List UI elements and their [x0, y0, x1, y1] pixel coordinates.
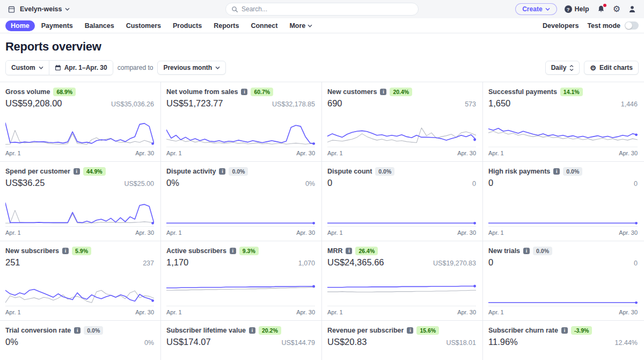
- info-icon[interactable]: i: [561, 327, 568, 334]
- notifications-button[interactable]: [597, 5, 605, 13]
- metric-card[interactable]: Active subscribers i 9.3% 1,170 1,070 Ap…: [161, 241, 322, 321]
- toggle-knob: [625, 22, 632, 29]
- info-icon[interactable]: i: [553, 168, 560, 175]
- test-mode-label: Test mode: [587, 22, 620, 30]
- nav-item-payments[interactable]: Payments: [36, 20, 78, 31]
- axis-start-label: Apr. 1: [166, 309, 182, 315]
- granularity-select[interactable]: Daily: [545, 61, 580, 75]
- granularity-value: Daily: [551, 64, 567, 71]
- card-title: New customers: [327, 88, 377, 96]
- profile-button[interactable]: [628, 5, 636, 13]
- previous-value: US$19,270.83: [433, 260, 476, 267]
- test-mode-toggle[interactable]: [625, 21, 639, 30]
- metric-card[interactable]: Net volume from sales i 60.7% US$51,723.…: [161, 82, 322, 162]
- nav-item-more[interactable]: More: [284, 20, 318, 31]
- previous-value: 1,446: [621, 100, 638, 108]
- metric-card[interactable]: New trials i 0.0% 0 0 Apr. 1 Apr. 30: [483, 241, 644, 321]
- account-switcher[interactable]: Evelyn-weiss: [20, 5, 70, 13]
- gear-icon: ⚙: [613, 5, 620, 13]
- delta-badge: 15.6%: [416, 326, 439, 335]
- search-box[interactable]: [225, 3, 419, 16]
- metric-card[interactable]: High risk payments i 0.0% 0 0 Apr. 1 Apr…: [483, 162, 644, 241]
- info-icon[interactable]: i: [523, 248, 530, 254]
- previous-value: 0%: [144, 339, 154, 347]
- latest-point-dot: [473, 139, 476, 141]
- delta-badge: 44.9%: [83, 167, 106, 176]
- delta-badge: 20.4%: [390, 88, 412, 96]
- help-button[interactable]: ? Help: [565, 5, 589, 13]
- current-value: 1,650: [488, 98, 510, 109]
- previous-value: US$18.01: [446, 339, 476, 347]
- delta-badge: 0.0%: [229, 167, 248, 176]
- metric-card[interactable]: Gross volume i 68.9% US$59,208.00 US$35,…: [0, 82, 161, 162]
- edit-charts-label: Edit charts: [599, 64, 633, 71]
- metric-card[interactable]: MRR i 26.4% US$24,365.66 US$19,270.83 Ap…: [322, 241, 483, 321]
- latest-point-dot: [635, 133, 638, 136]
- latest-point-dot: [151, 222, 154, 225]
- nav-item-connect[interactable]: Connect: [245, 20, 283, 31]
- metric-card[interactable]: Subscriber lifetime value i 20.2% US$174…: [161, 321, 322, 360]
- notification-dot: [603, 4, 606, 7]
- delta-badge: 60.7%: [251, 88, 273, 96]
- sparkline-chart: [327, 120, 476, 147]
- metric-card[interactable]: Spend per customer i 44.9% US$36.25 US$2…: [0, 162, 161, 241]
- sparkline-chart: [166, 120, 315, 147]
- date-range-value: Apr. 1–Apr. 30: [64, 64, 107, 71]
- nav-item-label: Connect: [251, 22, 277, 30]
- card-title: Spend per customer: [5, 168, 70, 175]
- nav-item-products[interactable]: Products: [167, 20, 207, 31]
- info-icon[interactable]: i: [346, 248, 352, 254]
- nav-item-home[interactable]: Home: [5, 20, 35, 31]
- previous-value: US$25.00: [124, 180, 154, 188]
- metric-card[interactable]: Revenue per subscriber i 15.6% US$20.83 …: [322, 321, 483, 360]
- edit-charts-button[interactable]: ⚙ Edit charts: [584, 61, 639, 75]
- metric-card[interactable]: Trial conversion rate i 0.0% 0% 0% Apr. …: [0, 321, 161, 360]
- metric-card[interactable]: Dispute activity i 0.0% 0% 0% Apr. 1 Apr…: [161, 162, 322, 241]
- current-value: 0: [488, 178, 493, 188]
- current-value: US$59,208.00: [5, 98, 62, 109]
- previous-value: 0%: [305, 180, 315, 188]
- delta-badge: 0.0%: [375, 167, 394, 176]
- info-icon[interactable]: i: [407, 327, 413, 334]
- range-type-select[interactable]: Custom: [6, 61, 49, 75]
- date-range-button[interactable]: Apr. 1–Apr. 30: [49, 61, 113, 75]
- metric-card[interactable]: Subscriber churn rate i -3.9% 11.96% 12.…: [483, 321, 644, 360]
- metric-card[interactable]: New subscribers i 5.9% 251 237 Apr. 1 Ap…: [0, 241, 161, 321]
- create-button[interactable]: Create: [515, 3, 557, 15]
- nav-developers[interactable]: Developers: [543, 22, 579, 30]
- help-label: Help: [575, 5, 589, 13]
- nav-item-label: Products: [173, 22, 202, 30]
- info-icon[interactable]: i: [219, 168, 225, 175]
- compared-to-label: compared to: [118, 64, 153, 71]
- axis-start-label: Apr. 1: [5, 309, 21, 315]
- nav-item-balances[interactable]: Balances: [79, 20, 120, 31]
- info-icon[interactable]: i: [74, 327, 80, 334]
- info-icon[interactable]: i: [62, 248, 69, 254]
- search-input[interactable]: [241, 5, 413, 13]
- latest-point-dot: [635, 222, 638, 225]
- card-title: Net volume from sales: [166, 88, 238, 96]
- compare-select[interactable]: Previous month: [157, 61, 226, 75]
- axis-start-label: Apr. 1: [327, 309, 343, 315]
- settings-button[interactable]: ⚙: [613, 5, 620, 13]
- range-type-value: Custom: [11, 64, 35, 71]
- card-title: Successful payments: [488, 88, 557, 96]
- nav-item-customers[interactable]: Customers: [121, 20, 166, 31]
- latest-point-dot: [312, 285, 315, 288]
- metric-card[interactable]: New customers i 20.4% 690 573 Apr. 1 Apr…: [322, 82, 483, 162]
- axis-end-label: Apr. 30: [619, 150, 638, 156]
- axis-end-label: Apr. 30: [619, 309, 638, 315]
- info-icon[interactable]: i: [380, 89, 386, 95]
- info-icon[interactable]: i: [241, 89, 247, 95]
- info-icon[interactable]: i: [249, 327, 255, 334]
- axis-end-label: Apr. 30: [296, 229, 315, 236]
- previous-value: 0: [634, 180, 638, 188]
- info-icon[interactable]: i: [230, 248, 236, 254]
- metric-card[interactable]: Successful payments i 14.1% 1,650 1,446 …: [483, 82, 644, 162]
- chevron-down-icon: [39, 66, 43, 69]
- page-title: Reports overview: [5, 40, 639, 54]
- nav-item-reports[interactable]: Reports: [208, 20, 244, 31]
- info-icon[interactable]: i: [74, 168, 80, 175]
- card-title: Subscriber churn rate: [488, 327, 558, 334]
- metric-card[interactable]: Dispute count i 0.0% 0 0 Apr. 1 Apr. 30: [322, 162, 483, 241]
